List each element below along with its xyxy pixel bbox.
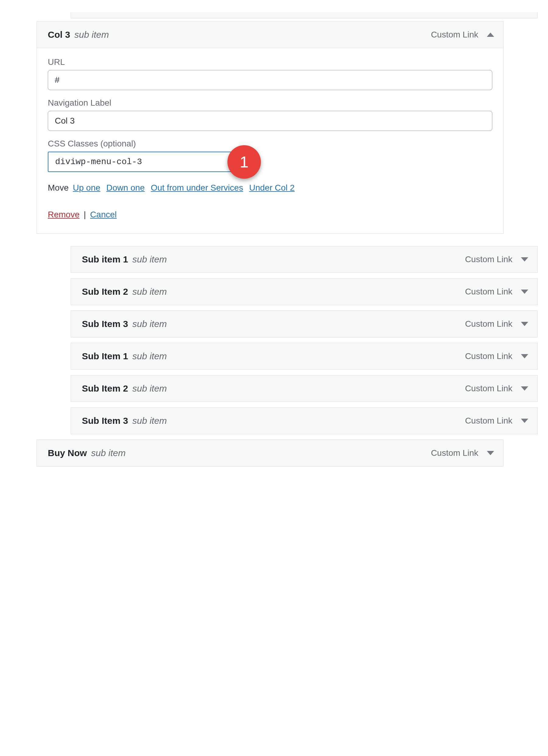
menu-item-title: Sub Item 2 <box>82 287 128 297</box>
menu-item-header[interactable]: Buy Nowsub itemCustom Link <box>37 440 503 466</box>
nav-label-label: Navigation Label <box>48 98 492 108</box>
menu-item-collapsed: Sub Item 3sub itemCustom Link <box>71 311 538 337</box>
menu-item-collapsed: Sub Item 2sub itemCustom Link <box>71 375 538 402</box>
menu-item-type: Custom Link <box>465 416 512 426</box>
expand-icon[interactable] <box>521 322 528 326</box>
menu-item-sublabel: sub item <box>74 30 109 40</box>
expand-icon[interactable] <box>521 290 528 294</box>
menu-item-collapsed: Sub Item 1sub itemCustom Link <box>71 343 538 370</box>
menu-item-title: Col 3 <box>48 30 70 40</box>
menu-item-header[interactable]: Sub Item 2sub itemCustom Link <box>71 279 537 305</box>
menu-item-header[interactable]: Sub Item 3sub itemCustom Link <box>71 408 537 434</box>
menu-item-collapsed: Sub item 1sub itemCustom Link <box>71 246 538 273</box>
move-down-link[interactable]: Down one <box>106 183 145 192</box>
menu-item-header[interactable]: Sub Item 3sub itemCustom Link <box>71 311 537 337</box>
menu-item-type: Custom Link <box>431 30 478 40</box>
url-label: URL <box>48 57 492 67</box>
menu-item-header[interactable]: Col 3 sub item Custom Link <box>37 22 503 48</box>
action-separator: | <box>84 210 86 219</box>
menu-item-header[interactable]: Sub Item 2sub itemCustom Link <box>71 375 537 402</box>
expand-icon[interactable] <box>521 354 528 358</box>
menu-item-title: Sub item 1 <box>82 254 128 265</box>
action-row: Remove | Cancel <box>48 210 492 220</box>
annotation-badge-1: 1 <box>227 145 261 179</box>
menu-item-collapsed: Buy Nowsub itemCustom Link <box>37 440 504 466</box>
menu-item-type: Custom Link <box>465 384 512 393</box>
menu-item-expanded: Col 3 sub item Custom Link URL Navigatio… <box>37 21 504 234</box>
menu-item-type: Custom Link <box>465 319 512 329</box>
menu-item-type: Custom Link <box>431 448 478 458</box>
menu-item-title: Buy Now <box>48 448 87 458</box>
menu-item-header[interactable]: Sub Item 1sub itemCustom Link <box>71 343 537 369</box>
menu-item-collapsed: Sub Item 3sub itemCustom Link <box>71 407 538 434</box>
move-under-link[interactable]: Under Col 2 <box>249 183 294 192</box>
menu-item-type: Custom Link <box>465 351 512 361</box>
expand-icon[interactable] <box>521 386 528 391</box>
menu-item-header[interactable]: Sub item 1sub itemCustom Link <box>71 246 537 273</box>
expand-icon[interactable] <box>521 257 528 262</box>
move-up-link[interactable]: Up one <box>73 183 100 192</box>
remove-link[interactable]: Remove <box>48 210 79 219</box>
menu-item-sublabel: sub item <box>132 351 167 361</box>
menu-item-sublabel: sub item <box>132 319 167 329</box>
cancel-link[interactable]: Cancel <box>90 210 117 219</box>
collapse-icon[interactable] <box>487 33 494 37</box>
menu-item-sublabel: sub item <box>132 383 167 394</box>
menu-item-title: Sub Item 1 <box>82 351 128 361</box>
menu-item-collapsed: Sub Item 2sub itemCustom Link <box>71 278 538 305</box>
css-classes-label: CSS Classes (optional) <box>48 139 492 149</box>
url-input[interactable] <box>48 70 492 90</box>
menu-item-title: Sub Item 2 <box>82 383 128 394</box>
expand-icon[interactable] <box>521 419 528 423</box>
menu-item-type: Custom Link <box>465 287 512 297</box>
menu-item-stub <box>71 12 538 18</box>
nav-label-input[interactable] <box>48 111 492 131</box>
menu-item-title: Sub Item 3 <box>82 416 128 426</box>
menu-item-sublabel: sub item <box>132 416 167 426</box>
css-classes-input[interactable] <box>48 152 237 172</box>
move-out-link[interactable]: Out from under Services <box>151 183 243 192</box>
move-prefix: Move <box>48 183 69 192</box>
move-row: Move Up one Down one Out from under Serv… <box>48 183 492 193</box>
expand-icon[interactable] <box>487 451 494 455</box>
menu-item-body: URL Navigation Label CSS Classes (option… <box>37 48 503 234</box>
menu-item-sublabel: sub item <box>132 287 167 297</box>
menu-item-title: Sub Item 3 <box>82 319 128 329</box>
menu-item-sublabel: sub item <box>132 254 167 265</box>
menu-item-type: Custom Link <box>465 255 512 264</box>
menu-item-sublabel: sub item <box>91 448 125 458</box>
